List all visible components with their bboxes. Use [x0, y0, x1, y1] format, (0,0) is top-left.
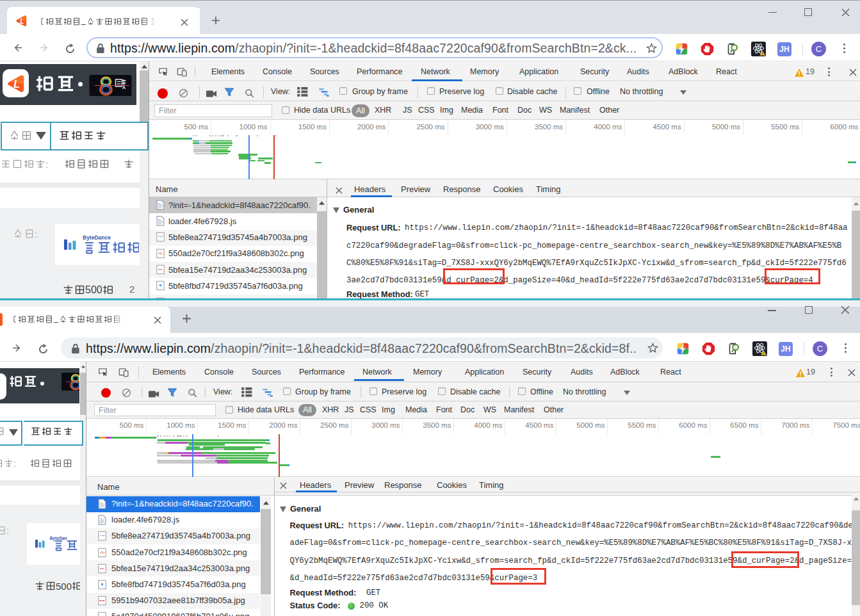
svg-text:L: L — [13, 79, 20, 90]
svg-text:!: ! — [763, 352, 765, 355]
svg-text:!: ! — [762, 52, 763, 56]
svg-text:L: L — [20, 18, 24, 25]
svg-text:ByteDance: ByteDance — [83, 234, 111, 241]
